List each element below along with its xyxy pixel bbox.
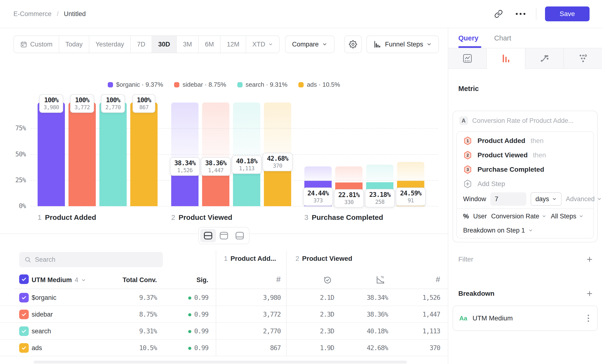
search-input[interactable] [35,256,158,263]
breakdown-property-name: UTM Medium [473,314,513,322]
bar-value-label: 38.36%1,447 [201,157,231,176]
funnel-drop-off-sidebar [202,103,229,166]
query-panel: Query Chart Metric A Conversion Rate of … [448,28,602,364]
row-checkbox[interactable] [19,343,29,353]
advanced-toggle[interactable]: Advanced [566,195,602,203]
total-conversion-value: 10.5% [109,340,157,356]
significance-dot [188,297,191,300]
sig-column-header: Sig. [172,276,208,284]
chevron-down-icon [528,228,533,233]
table-column-step2: 2Product Viewed [295,255,352,262]
row-label: ads [32,340,42,356]
table-search[interactable] [19,252,163,267]
layout-toggle-table-only-view[interactable] [232,229,247,242]
funnel-drop-off-ads [397,162,424,181]
funnel-bar-sidebar-step1[interactable] [68,103,96,206]
query-step-product-viewed[interactable]: 2Product Viewedthen [463,148,587,162]
entity-label[interactable]: User [473,213,487,220]
significance-value: 0.99 [165,323,208,340]
panel-tabs: Query Chart [448,28,602,48]
layout-toggle-split-view[interactable] [200,229,216,242]
chart-type-tab-funnel-bars[interactable] [487,48,525,69]
row-checkbox[interactable] [19,310,29,319]
measurement-row: % User Conversion Rate All Steps [463,209,587,224]
svg-text:%: % [381,275,384,279]
table-row-ads[interactable]: ads10.5%0.998671.9D42.68%370 [0,340,448,356]
add-step-button[interactable]: Add Step [463,177,587,191]
link-icon [494,10,503,18]
breadcrumb: E-Commerce / Untitled [0,10,86,18]
add-breakdown-button[interactable] [586,290,593,297]
breakdown-property-card[interactable]: Aa UTM Medium [452,306,598,331]
copy-link-button[interactable] [492,7,505,21]
chevron-down-icon [542,214,547,219]
more-options-button[interactable] [514,7,527,21]
funnel-drop-off-sidebar [335,166,363,182]
bar-conversion-pct: 24.59% [400,189,421,197]
query-step-purchase-completed[interactable]: 3Purchase Completed [463,162,587,177]
bar-count: 867 [137,104,151,110]
bar-conversion-pct: 24.44% [307,189,329,197]
breadcrumb-project[interactable]: E-Commerce [13,10,52,18]
bar-value-label: 100%867 [132,94,155,113]
retention-icon [578,53,588,64]
bar-count: 2,770 [105,104,121,110]
tab-chart[interactable]: Chart [494,34,511,42]
chart-type-tab-retention[interactable] [564,48,602,69]
top-bar: E-Commerce / Untitled Save [0,0,602,28]
conversion-column-icon: % [376,275,385,285]
step2-conversion-value: 38.34% [347,289,388,306]
row-checkbox[interactable] [19,293,29,302]
bar-value-label: 100%3,980 [39,94,63,113]
measurement-select[interactable]: Conversion Rate [491,213,547,220]
bar-value-label: 24.44%373 [303,188,333,206]
significance-dot [188,330,191,333]
step2-avg-time-value: 2.3D [297,306,334,323]
chart-type-tab-insights-line[interactable] [448,48,487,69]
table-row-organic[interactable]: $organic9.37%0.993,9802.1D38.34%1,526 [0,289,448,306]
svg-text:1: 1 [466,139,469,143]
count-column-icon: # [263,275,281,284]
tab-query[interactable]: Query [458,34,478,42]
funnel-step-label-2: 2Product Viewed [171,213,232,222]
funnel-bar-search-step1[interactable] [99,103,127,206]
bar-value-label: 24.59%91 [396,188,426,206]
bar-conversion-pct: 100% [137,96,151,104]
breakdown-options-button[interactable] [586,313,591,324]
window-value-input[interactable] [490,192,526,206]
table-only-view-icon [235,232,244,240]
step2-count-value: 1,113 [399,323,440,340]
breadcrumb-title[interactable]: Untitled [64,10,86,18]
breadcrumb-separator: / [57,10,59,18]
save-button[interactable]: Save [545,6,590,21]
funnel-bar-organic-step1[interactable] [38,103,65,206]
step2-avg-time-value: 1.9D [297,340,334,356]
query-step-product-added[interactable]: 1Product Addedthen [463,134,587,148]
add-step-hexagon-icon [463,179,472,188]
metric-heading: Metric [458,85,479,93]
breakdown-on-step-select[interactable]: Breakdown on Step 1 [463,224,587,237]
horizontal-scrollbar[interactable] [33,361,407,364]
chevron-down-icon [81,278,86,283]
steps-scope-select[interactable]: All Steps [551,213,584,220]
chart-type-strip [448,48,602,69]
layout-toggle-chart-only-view[interactable] [216,229,232,242]
funnel-bar-ads-step1[interactable] [130,103,158,206]
step1-count-value: 3,980 [239,289,281,306]
series-title: Conversion Rate of Product Adde... [472,117,573,125]
row-checkbox[interactable] [19,326,29,336]
bar-conversion-pct: 100% [75,96,90,104]
table-row-sidebar[interactable]: sidebar8.75%0.993,7722.3D38.36%1,447 [0,306,448,323]
chart-type-tab-flows[interactable] [525,48,564,69]
table-row-search[interactable]: search9.31%0.992,7702.3D40.18%1,113 [0,323,448,340]
table-group-header[interactable]: UTM Medium 4 [32,276,86,284]
select-all-checkbox[interactable] [19,274,29,284]
bar-value-label: 23.18%258 [365,189,395,207]
significance-value: 0.99 [165,306,208,323]
step1-count-value: 3,772 [239,306,281,323]
add-filter-button[interactable] [586,256,593,263]
window-unit-select[interactable]: days [531,192,561,206]
layout-toggle [198,227,249,244]
plus-icon [586,256,593,263]
metric-series-row[interactable]: A Conversion Rate of Product Adde... [453,111,597,130]
